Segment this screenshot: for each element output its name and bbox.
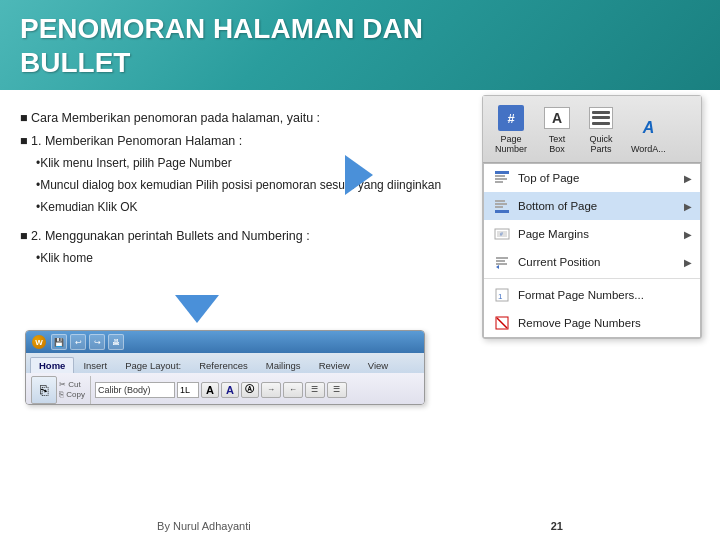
svg-text:1: 1 [498,292,503,301]
current-position-item[interactable]: Current Position ▶ [484,248,700,276]
page-margins-label: Page Margins [518,228,589,240]
bullet-prefix: ■ [20,229,31,243]
title-area: PENOMORAN HALAMAN DAN BULLET [20,12,423,79]
qa-save-btn[interactable]: 💾 [51,334,67,350]
font-controls: A A Ⓐ → ← ☰ ☰ [95,382,347,398]
submenu-arrow: ▶ [684,201,692,212]
footer: By Nurul Adhayanti 21 [0,520,720,532]
word-art-button[interactable]: A WordA... [625,110,672,158]
current-position-icon [492,253,512,271]
office-w-letter: W [35,338,43,347]
sub-item-text-4: •Klik home [36,251,93,265]
svg-rect-5 [495,203,507,205]
page-margins-icon: # [492,225,512,243]
svg-rect-13 [496,263,507,265]
line1 [592,111,610,114]
svg-rect-4 [495,200,505,202]
sub-item-text-3: •Kemudian Klik OK [36,200,138,214]
quick-parts-icon-visual [589,107,613,129]
quick-parts-button[interactable]: Quick Parts [581,100,621,158]
footer-author: By Nurul Adhayanti [157,520,251,532]
top-of-page-label: Top of Page [518,172,579,184]
quick-parts-label: Quick Parts [590,134,613,154]
qa-undo-btn[interactable]: ↩ [70,334,86,350]
submenu-arrow: ▶ [684,173,692,184]
paste-btn[interactable]: ⎘ [31,376,57,404]
svg-line-18 [497,318,507,328]
bottom-of-page-icon [492,197,512,215]
right-arrow-indicator [345,155,373,195]
ribbon-tabs: Home Insert Page Layout: References Mail… [26,353,424,373]
ribbon-toolbar: Page Number A Text Box Quick Parts A [483,96,701,163]
qa-print-btn[interactable]: 🖶 [108,334,124,350]
current-position-label: Current Position [518,256,600,268]
svg-rect-3 [495,181,503,183]
tab-review[interactable]: Review [310,357,359,373]
bold-btn[interactable]: A [201,382,219,398]
svg-rect-0 [495,171,509,174]
submenu-arrow: ▶ [684,257,692,268]
tab-page-layout[interactable]: Page Layout: [116,357,190,373]
submenu-arrow: ▶ [684,229,692,240]
bullet-prefix: ■ [20,111,31,125]
line2 [592,116,610,119]
item-text-3: 2. Menggunakan perintah Bullets and Numb… [31,229,310,243]
qa-redo-btn[interactable]: ↪ [89,334,105,350]
tab-mailings[interactable]: Mailings [257,357,310,373]
page-title-line1: PENOMORAN HALAMAN DAN [20,12,423,46]
page-number-icon-visual [498,105,524,131]
italic-btn[interactable]: A [221,382,239,398]
down-arrow-indicator [175,295,219,323]
svg-rect-6 [495,206,503,208]
indent-btn-4[interactable]: ☰ [327,382,347,398]
tab-view[interactable]: View [359,357,397,373]
text-box-icon-visual: A [544,107,570,129]
bottom-of-page-item[interactable]: Bottom of Page ▶ [484,192,700,220]
indent-btn-1[interactable]: → [261,382,281,398]
tab-insert[interactable]: Insert [74,357,116,373]
cut-copy-btns: ✂ Cut ⎘ Copy [59,380,85,399]
remove-page-numbers-item[interactable]: Remove Page Numbers [484,309,700,337]
indent-btn-2[interactable]: ← [283,382,303,398]
icon-aa[interactable]: Ⓐ [241,382,259,398]
page-number-button[interactable]: Page Number [489,100,533,158]
tab-home[interactable]: Home [30,357,74,373]
svg-rect-2 [495,178,507,180]
quick-access-toolbar: 💾 ↩ ↪ 🖶 [51,334,124,350]
format-page-numbers-label: Format Page Numbers... [518,289,644,301]
text-box-button[interactable]: A Text Box [537,100,577,158]
word-art-icon-visual: A [643,119,655,137]
top-of-page-item[interactable]: Top of Page ▶ [484,164,700,192]
ribbon-content: ⎘ ✂ Cut ⎘ Copy A A Ⓐ → ← ☰ ☰ [26,373,424,405]
svg-rect-12 [496,260,505,262]
bottom-of-page-label: Bottom of Page [518,200,597,212]
line3 [592,122,610,125]
page-margins-item[interactable]: # Page Margins ▶ [484,220,700,248]
remove-page-numbers-icon [492,314,512,332]
word-art-label: WordA... [631,144,666,154]
remove-page-numbers-label: Remove Page Numbers [518,317,641,329]
format-page-numbers-icon: 1 [492,286,512,304]
page-number-icon [497,104,525,132]
tab-references[interactable]: References [190,357,257,373]
menu-separator [484,278,700,279]
text-box-label: Text Box [549,134,566,154]
font-size-input[interactable] [177,382,199,398]
word-toolbar-screenshot: W 💾 ↩ ↪ 🖶 Home Insert Page Layout: Refer… [25,330,425,405]
top-of-page-icon [492,169,512,187]
text-box-icon: A [543,104,571,132]
sub-item-text-1: •Klik menu Insert, pilih Page Number [36,156,232,170]
ribbon-panel: Page Number A Text Box Quick Parts A [482,95,702,339]
quick-parts-icon [587,104,615,132]
page-number-dropdown: Top of Page ▶ Bottom of Page ▶ # Page Ma… [483,163,701,338]
sub-item-text-2: •Muncul dialog box kemudian Pilih posisi… [36,178,441,192]
toolbar-title-bar: W 💾 ↩ ↪ 🖶 [26,331,424,353]
office-button[interactable]: W [32,335,46,349]
item-text-2: 1. Memberikan Penomoran Halaman : [31,134,242,148]
font-name-input[interactable] [95,382,175,398]
svg-marker-14 [496,265,499,269]
footer-page-number: 21 [551,520,563,532]
indent-btn-3[interactable]: ☰ [305,382,325,398]
svg-rect-11 [496,257,508,259]
format-page-numbers-item[interactable]: 1 Format Page Numbers... [484,281,700,309]
